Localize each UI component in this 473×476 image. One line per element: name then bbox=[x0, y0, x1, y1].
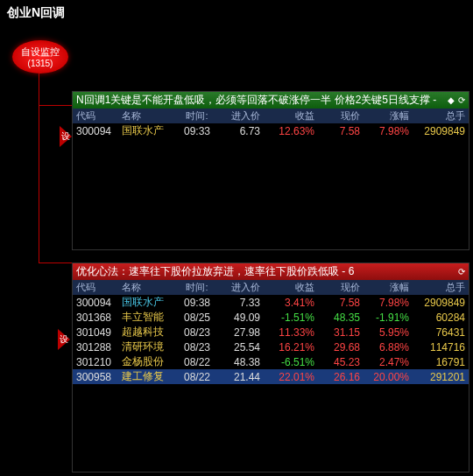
cell-name: 超越科技 bbox=[122, 325, 180, 340]
column-header[interactable]: 总手 bbox=[413, 281, 469, 294]
table-row[interactable]: 301049超越科技08/2327.9811.33%31.155.95%7643… bbox=[73, 325, 469, 340]
cell-time: 08/23 bbox=[180, 326, 218, 339]
cell-price: 7.58 bbox=[318, 125, 364, 137]
cell-chg: 2.47% bbox=[364, 356, 413, 368]
monitor-count: (1315) bbox=[28, 59, 53, 68]
cell-name: 建工修复 bbox=[122, 369, 180, 384]
cell-name: 清研环境 bbox=[122, 340, 180, 354]
column-header[interactable]: 代码 bbox=[73, 281, 122, 294]
cell-ret: 3.41% bbox=[264, 297, 318, 309]
cell-entry: 48.38 bbox=[218, 356, 264, 368]
column-header[interactable]: 现价 bbox=[318, 109, 364, 122]
cell-entry: 21.44 bbox=[218, 371, 264, 383]
cell-price: 7.58 bbox=[318, 297, 364, 309]
table-row[interactable]: 300958建工修复08/2221.4422.01%26.1620.00%291… bbox=[73, 369, 469, 384]
refresh-icon[interactable]: ◆ bbox=[448, 95, 455, 105]
self-monitor-badge[interactable]: 自设监控 (1315) bbox=[12, 40, 68, 74]
table-row[interactable]: 300094国联水产09:336.7312.63%7.587.98%290984… bbox=[73, 123, 469, 138]
column-header[interactable]: 名称 bbox=[122, 281, 180, 294]
cell-time: 08/22 bbox=[180, 356, 218, 368]
cell-time: 08/23 bbox=[180, 341, 218, 354]
cell-vol: 2909849 bbox=[413, 297, 469, 309]
cell-ret: 22.01% bbox=[264, 371, 318, 383]
monitor-label: 自设监控 bbox=[21, 46, 60, 59]
cell-chg: -1.91% bbox=[364, 312, 413, 324]
cell-entry: 25.54 bbox=[218, 341, 264, 354]
panel-header[interactable]: 优化心法：速率往下股价拉放弃进，速率往下股价跌低吸 - 6⟳ bbox=[73, 263, 469, 280]
cell-chg: 6.88% bbox=[364, 341, 413, 354]
column-header[interactable]: 涨幅 bbox=[364, 281, 413, 294]
cell-code: 300094 bbox=[73, 125, 122, 137]
table-row[interactable]: 301288清研环境08/2325.5416.21%29.686.88%1147… bbox=[73, 340, 469, 354]
cell-vol: 60284 bbox=[413, 312, 469, 324]
cell-time: 08/25 bbox=[180, 312, 218, 324]
column-header[interactable]: 进入价 bbox=[218, 109, 264, 122]
cell-entry: 49.09 bbox=[218, 312, 264, 324]
cell-chg: 5.95% bbox=[364, 326, 413, 339]
setting-label: 设 bbox=[61, 130, 70, 143]
cell-entry: 6.73 bbox=[218, 125, 264, 137]
connector-line bbox=[39, 105, 72, 106]
cell-ret: 16.21% bbox=[264, 341, 318, 354]
cell-ret: -1.51% bbox=[264, 312, 318, 324]
cell-code: 301288 bbox=[73, 341, 122, 354]
cell-chg: 7.98% bbox=[364, 125, 413, 137]
column-header[interactable]: 涨幅 bbox=[364, 109, 413, 122]
setting-label: 设 bbox=[60, 333, 68, 346]
stock-panel: N回调1关键是不能开盘低吸，必须等回落不破涨停一半 价格2关键5日线支撑 - ◆… bbox=[72, 91, 469, 250]
refresh-icon[interactable]: ⟳ bbox=[458, 267, 465, 276]
cell-price: 26.16 bbox=[318, 371, 364, 383]
cell-name: 国联水产 bbox=[122, 295, 180, 310]
cell-name: 国联水产 bbox=[122, 123, 180, 138]
cell-vol: 16791 bbox=[413, 356, 469, 368]
cell-vol: 114716 bbox=[413, 341, 469, 354]
table-header: 代码名称时间:进入价收益现价涨幅总手 bbox=[73, 108, 469, 123]
cell-vol: 291201 bbox=[413, 371, 469, 383]
column-header[interactable]: 时间: bbox=[180, 281, 218, 294]
connector-line bbox=[39, 74, 39, 105]
cell-code: 301210 bbox=[73, 356, 122, 368]
cell-vol: 76431 bbox=[413, 326, 469, 339]
column-header[interactable]: 收益 bbox=[264, 281, 318, 294]
column-header[interactable]: 现价 bbox=[318, 281, 364, 294]
cell-price: 45.23 bbox=[318, 356, 364, 368]
cell-entry: 7.33 bbox=[218, 297, 264, 309]
cell-code: 300958 bbox=[73, 371, 122, 383]
connector-line bbox=[39, 105, 39, 262]
column-header[interactable]: 进入价 bbox=[218, 281, 264, 294]
table-header: 代码名称时间:进入价收益现价涨幅总手 bbox=[73, 280, 469, 295]
cell-time: 09:38 bbox=[180, 297, 218, 309]
cell-code: 301049 bbox=[73, 326, 122, 339]
cell-time: 08/22 bbox=[180, 371, 218, 383]
cell-code: 300094 bbox=[73, 297, 122, 309]
cell-ret: 11.33% bbox=[264, 326, 318, 339]
column-header[interactable]: 代码 bbox=[73, 109, 122, 122]
column-header[interactable]: 名称 bbox=[122, 109, 180, 122]
column-header[interactable]: 总手 bbox=[413, 109, 469, 122]
cell-ret: 12.63% bbox=[264, 125, 318, 137]
cell-price: 48.35 bbox=[318, 312, 364, 324]
cell-name: 丰立智能 bbox=[122, 310, 180, 325]
cell-name: 金杨股份 bbox=[122, 354, 180, 369]
panel-title: 优化心法：速率往下股价拉放弃进，速率往下股价跌低吸 - 6 bbox=[76, 264, 458, 279]
connector-line bbox=[39, 262, 72, 263]
column-header[interactable]: 收益 bbox=[264, 109, 318, 122]
cell-chg: 20.00% bbox=[364, 371, 413, 383]
table-row[interactable]: 301368丰立智能08/2549.09-1.51%48.35-1.91%602… bbox=[73, 310, 469, 325]
cell-chg: 7.98% bbox=[364, 297, 413, 309]
cell-price: 31.15 bbox=[318, 326, 364, 339]
cell-price: 29.68 bbox=[318, 341, 364, 354]
table-row[interactable]: 301210金杨股份08/2248.38-6.51%45.232.47%1679… bbox=[73, 354, 469, 369]
cell-ret: -6.51% bbox=[264, 356, 318, 368]
cell-vol: 2909849 bbox=[413, 125, 469, 137]
page-title: 创业N回调 bbox=[0, 0, 473, 26]
table-row[interactable]: 300094国联水产09:387.333.41%7.587.98%2909849 bbox=[73, 295, 469, 310]
refresh-icon[interactable]: ⟳ bbox=[458, 95, 465, 105]
cell-entry: 27.98 bbox=[218, 326, 264, 339]
stock-panel: 优化心法：速率往下股价拉放弃进，速率往下股价跌低吸 - 6⟳代码名称时间:进入价… bbox=[72, 262, 469, 472]
cell-code: 301368 bbox=[73, 312, 122, 324]
column-header[interactable]: 时间: bbox=[180, 109, 218, 122]
cell-time: 09:33 bbox=[180, 125, 218, 137]
panel-header[interactable]: N回调1关键是不能开盘低吸，必须等回落不破涨停一半 价格2关键5日线支撑 - ◆… bbox=[73, 92, 469, 108]
panel-title: N回调1关键是不能开盘低吸，必须等回落不破涨停一半 价格2关键5日线支撑 - bbox=[76, 93, 448, 108]
